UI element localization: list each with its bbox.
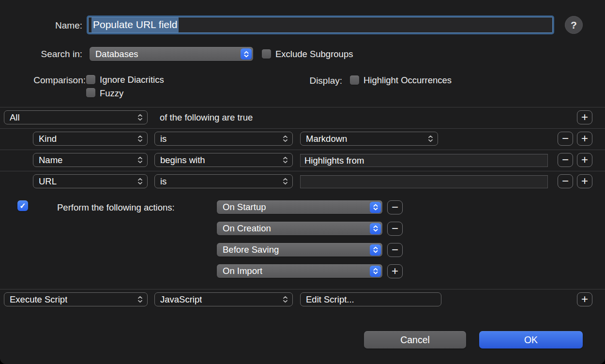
minus-icon: − <box>392 201 398 213</box>
condition-field-value: URL <box>39 176 57 187</box>
condition-operator-popup[interactable]: is <box>154 174 293 188</box>
chevron-updown-icon <box>283 156 288 164</box>
remove-condition-button[interactable]: − <box>558 153 573 167</box>
chevron-updown-icon <box>373 203 378 211</box>
action-event-popup[interactable]: On Creation <box>217 222 382 235</box>
conditions-header-text: of the following are true <box>160 112 253 123</box>
match-mode-popup[interactable]: All <box>4 110 148 124</box>
perform-actions-checkbox[interactable]: ✓ <box>17 200 28 211</box>
popup-stepper <box>370 223 381 234</box>
condition-operator-value: is <box>160 176 166 187</box>
minus-icon: − <box>392 244 398 256</box>
condition-field-popup[interactable]: URL <box>33 174 148 188</box>
edit-script-button[interactable]: Edit Script... <box>300 292 441 306</box>
chevron-updown-icon <box>373 225 378 232</box>
checkmark-icon: ✓ <box>19 201 26 211</box>
name-input-selected-text: Populate URL field <box>91 17 179 32</box>
highlight-occurrences-checkbox[interactable] <box>350 76 359 85</box>
perform-actions-label: Perform the following actions: <box>57 202 175 213</box>
remove-action-button[interactable]: − <box>387 243 403 257</box>
condition-field-value: Name <box>39 155 62 166</box>
action-type-value: Execute Script <box>10 294 67 305</box>
chevron-updown-icon <box>137 177 143 185</box>
separator <box>0 289 605 289</box>
search-in-label: Search in: <box>0 48 82 60</box>
exclude-subgroups-checkbox[interactable] <box>262 49 271 59</box>
chevron-updown-icon <box>137 295 143 303</box>
plus-icon: + <box>581 293 588 305</box>
remove-action-button[interactable]: − <box>387 222 403 236</box>
popup-stepper <box>370 266 381 277</box>
condition-value-input[interactable] <box>300 154 548 167</box>
minus-icon: − <box>562 154 569 166</box>
search-scope-value: Databases <box>95 49 138 60</box>
remove-condition-button[interactable]: − <box>558 132 573 146</box>
display-label: Display: <box>261 75 342 87</box>
add-condition-button[interactable]: + <box>577 110 592 124</box>
action-event-value: On Startup <box>223 202 266 212</box>
chevron-updown-icon <box>283 177 288 185</box>
plus-icon: + <box>392 265 398 277</box>
condition-value: Markdown <box>306 134 347 144</box>
chevron-updown-icon <box>373 267 378 275</box>
script-language-popup[interactable]: JavaScript <box>154 292 293 306</box>
ignore-diacritics-label: Ignore Diacritics <box>100 74 164 86</box>
action-event-popup[interactable]: On Startup <box>217 200 382 214</box>
popup-stepper <box>370 202 381 213</box>
plus-icon: + <box>581 111 588 123</box>
highlight-occurrences-label: Highlight Occurrences <box>363 75 452 86</box>
chevron-updown-icon <box>137 113 143 121</box>
action-event-popup[interactable]: On Import <box>217 264 382 278</box>
script-language-value: JavaScript <box>160 294 202 305</box>
cancel-button[interactable]: Cancel <box>364 331 466 349</box>
add-action-button[interactable]: + <box>387 264 403 278</box>
condition-operator-popup[interactable]: begins with <box>154 153 293 167</box>
add-condition-button[interactable]: + <box>577 132 592 146</box>
name-input[interactable]: Populate URL field <box>88 17 553 33</box>
action-event-value: On Import <box>223 266 262 276</box>
condition-operator-popup[interactable]: is <box>154 132 293 146</box>
fuzzy-checkbox[interactable] <box>86 88 95 97</box>
plus-icon: + <box>581 175 588 187</box>
condition-field-value: Kind <box>39 134 57 144</box>
search-scope-popup[interactable]: Databases <box>90 47 253 61</box>
comparison-label: Comparison: <box>0 75 86 86</box>
match-mode-value: All <box>10 112 20 123</box>
add-condition-button[interactable]: + <box>577 153 592 167</box>
condition-field-popup[interactable]: Name <box>33 153 148 167</box>
question-mark-icon: ? <box>571 19 577 31</box>
action-event-value: On Creation <box>223 223 271 234</box>
popup-stepper <box>241 48 252 60</box>
remove-condition-button[interactable]: − <box>558 174 573 188</box>
action-type-popup[interactable]: Execute Script <box>4 292 148 306</box>
edit-script-label: Edit Script... <box>306 294 354 305</box>
ok-button-label: OK <box>524 334 538 346</box>
chevron-updown-icon <box>428 135 433 143</box>
action-event-popup[interactable]: Before Saving <box>217 243 382 257</box>
minus-icon: − <box>562 175 569 187</box>
help-button[interactable]: ? <box>565 16 583 34</box>
chevron-updown-icon <box>137 135 143 143</box>
minus-icon: − <box>392 223 398 234</box>
smart-rule-dialog: Name: Populate URL field ? Search in: Da… <box>0 0 605 364</box>
ok-button[interactable]: OK <box>479 331 583 349</box>
add-script-action-button[interactable]: + <box>577 292 592 306</box>
fuzzy-label: Fuzzy <box>100 88 123 99</box>
ignore-diacritics-checkbox[interactable] <box>86 75 95 84</box>
name-label: Name: <box>0 20 82 31</box>
condition-field-popup[interactable]: Kind <box>33 132 148 146</box>
cancel-button-label: Cancel <box>400 334 430 346</box>
add-condition-button[interactable]: + <box>577 174 592 188</box>
condition-value-popup[interactable]: Markdown <box>300 132 438 146</box>
chevron-updown-icon <box>243 50 249 58</box>
separator <box>0 128 605 129</box>
condition-operator-value: begins with <box>160 155 205 166</box>
condition-value-input[interactable] <box>300 175 548 188</box>
chevron-updown-icon <box>373 246 378 254</box>
exclude-subgroups-label: Exclude Subgroups <box>275 48 353 60</box>
remove-action-button[interactable]: − <box>387 200 403 214</box>
popup-stepper <box>370 244 381 256</box>
chevron-updown-icon <box>283 295 288 303</box>
plus-icon: + <box>581 154 588 166</box>
plus-icon: + <box>581 133 588 144</box>
